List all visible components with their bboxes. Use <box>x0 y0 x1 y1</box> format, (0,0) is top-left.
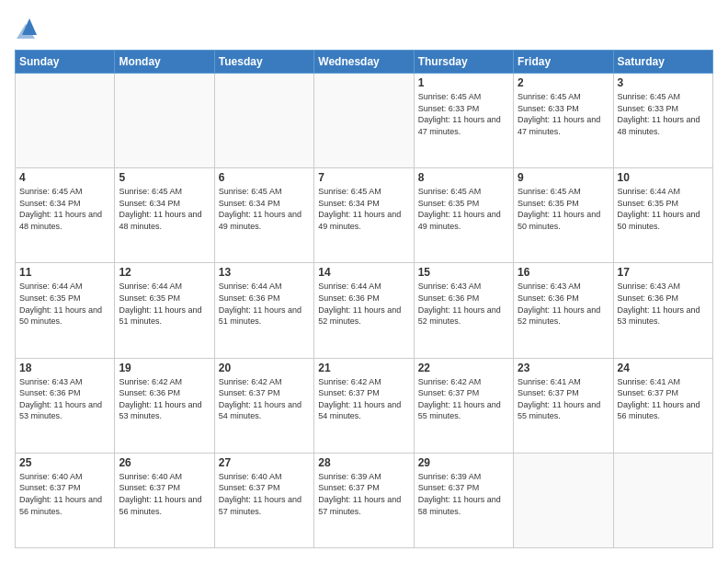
day-cell: 4Sunrise: 6:45 AMSunset: 6:34 PMDaylight… <box>16 168 115 263</box>
day-info: Sunrise: 6:45 AMSunset: 6:33 PMDaylight:… <box>618 91 709 137</box>
day-number: 5 <box>119 171 210 184</box>
day-cell: 2Sunrise: 6:45 AMSunset: 6:33 PMDaylight… <box>514 74 613 168</box>
day-number: 9 <box>518 171 609 184</box>
day-cell: 10Sunrise: 6:44 AMSunset: 6:35 PMDayligh… <box>613 168 712 263</box>
day-info: Sunrise: 6:43 AMSunset: 6:36 PMDaylight:… <box>518 281 609 327</box>
day-cell: 14Sunrise: 6:44 AMSunset: 6:36 PMDayligh… <box>314 263 414 358</box>
day-cell: 17Sunrise: 6:43 AMSunset: 6:36 PMDayligh… <box>613 263 712 358</box>
day-info: Sunrise: 6:45 AMSunset: 6:33 PMDaylight:… <box>518 91 609 137</box>
day-cell: 11Sunrise: 6:44 AMSunset: 6:35 PMDayligh… <box>16 263 115 358</box>
day-cell: 1Sunrise: 6:45 AMSunset: 6:33 PMDaylight… <box>414 74 513 168</box>
day-info: Sunrise: 6:43 AMSunset: 6:36 PMDaylight:… <box>19 376 110 422</box>
day-cell: 22Sunrise: 6:42 AMSunset: 6:37 PMDayligh… <box>414 358 513 453</box>
day-number: 4 <box>19 171 110 184</box>
week-row-5: 25Sunrise: 6:40 AMSunset: 6:37 PMDayligh… <box>16 453 713 547</box>
day-cell: 23Sunrise: 6:41 AMSunset: 6:37 PMDayligh… <box>514 358 613 453</box>
day-cell <box>214 74 313 168</box>
day-number: 29 <box>418 456 509 469</box>
day-cell: 5Sunrise: 6:45 AMSunset: 6:34 PMDaylight… <box>115 168 214 263</box>
day-number: 27 <box>219 456 310 469</box>
day-cell: 26Sunrise: 6:40 AMSunset: 6:37 PMDayligh… <box>115 453 214 547</box>
week-row-2: 4Sunrise: 6:45 AMSunset: 6:34 PMDaylight… <box>16 168 713 263</box>
day-header-monday: Monday <box>115 51 214 74</box>
day-number: 8 <box>418 171 509 184</box>
day-cell: 21Sunrise: 6:42 AMSunset: 6:37 PMDayligh… <box>314 358 414 453</box>
day-cell: 20Sunrise: 6:42 AMSunset: 6:37 PMDayligh… <box>214 358 313 453</box>
day-info: Sunrise: 6:42 AMSunset: 6:37 PMDaylight:… <box>418 376 509 422</box>
day-info: Sunrise: 6:43 AMSunset: 6:36 PMDaylight:… <box>618 281 709 327</box>
day-info: Sunrise: 6:42 AMSunset: 6:37 PMDaylight:… <box>318 376 409 422</box>
day-info: Sunrise: 6:44 AMSunset: 6:36 PMDaylight:… <box>318 281 409 327</box>
calendar-header: SundayMondayTuesdayWednesdayThursdayFrid… <box>16 51 713 74</box>
week-row-3: 11Sunrise: 6:44 AMSunset: 6:35 PMDayligh… <box>16 263 713 358</box>
day-cell: 8Sunrise: 6:45 AMSunset: 6:35 PMDaylight… <box>414 168 513 263</box>
day-number: 25 <box>19 456 110 469</box>
day-cell <box>314 74 414 168</box>
day-cell: 15Sunrise: 6:43 AMSunset: 6:36 PMDayligh… <box>414 263 513 358</box>
day-number: 18 <box>19 362 110 374</box>
day-number: 14 <box>318 266 409 279</box>
day-info: Sunrise: 6:45 AMSunset: 6:34 PMDaylight:… <box>119 186 210 232</box>
day-cell: 12Sunrise: 6:44 AMSunset: 6:35 PMDayligh… <box>115 263 214 358</box>
day-info: Sunrise: 6:45 AMSunset: 6:35 PMDaylight:… <box>418 186 509 232</box>
day-cell: 3Sunrise: 6:45 AMSunset: 6:33 PMDaylight… <box>613 74 712 168</box>
day-info: Sunrise: 6:45 AMSunset: 6:33 PMDaylight:… <box>418 91 509 137</box>
day-number: 24 <box>618 362 709 374</box>
day-cell <box>115 74 214 168</box>
day-number: 1 <box>418 76 509 89</box>
day-cell: 18Sunrise: 6:43 AMSunset: 6:36 PMDayligh… <box>16 358 115 453</box>
day-cell: 13Sunrise: 6:44 AMSunset: 6:36 PMDayligh… <box>214 263 313 358</box>
day-cell: 16Sunrise: 6:43 AMSunset: 6:36 PMDayligh… <box>514 263 613 358</box>
day-info: Sunrise: 6:44 AMSunset: 6:35 PMDaylight:… <box>119 281 210 327</box>
logo-icon <box>17 15 42 40</box>
day-number: 20 <box>219 362 310 374</box>
day-cell: 24Sunrise: 6:41 AMSunset: 6:37 PMDayligh… <box>613 358 712 453</box>
day-number: 22 <box>418 362 509 374</box>
day-info: Sunrise: 6:45 AMSunset: 6:34 PMDaylight:… <box>19 186 110 232</box>
day-number: 26 <box>119 456 210 469</box>
day-info: Sunrise: 6:44 AMSunset: 6:35 PMDaylight:… <box>19 281 110 327</box>
day-header-sunday: Sunday <box>16 51 115 74</box>
day-info: Sunrise: 6:40 AMSunset: 6:37 PMDaylight:… <box>119 471 210 517</box>
day-number: 23 <box>518 362 609 374</box>
day-cell: 25Sunrise: 6:40 AMSunset: 6:37 PMDayligh… <box>16 453 115 547</box>
day-cell: 7Sunrise: 6:45 AMSunset: 6:34 PMDaylight… <box>314 168 414 263</box>
day-cell <box>16 74 115 168</box>
day-number: 11 <box>19 266 110 279</box>
day-info: Sunrise: 6:42 AMSunset: 6:37 PMDaylight:… <box>219 376 310 422</box>
day-number: 10 <box>618 171 709 184</box>
day-number: 12 <box>119 266 210 279</box>
day-info: Sunrise: 6:43 AMSunset: 6:36 PMDaylight:… <box>418 281 509 327</box>
day-header-friday: Friday <box>514 51 613 74</box>
week-row-1: 1Sunrise: 6:45 AMSunset: 6:33 PMDaylight… <box>16 74 713 168</box>
day-number: 6 <box>219 171 310 184</box>
calendar-body: 1Sunrise: 6:45 AMSunset: 6:33 PMDaylight… <box>16 74 713 548</box>
day-number: 3 <box>618 76 709 89</box>
day-cell <box>514 453 613 547</box>
day-header-saturday: Saturday <box>613 51 712 74</box>
day-info: Sunrise: 6:44 AMSunset: 6:35 PMDaylight:… <box>618 186 709 232</box>
day-info: Sunrise: 6:39 AMSunset: 6:37 PMDaylight:… <box>418 471 509 517</box>
day-cell: 19Sunrise: 6:42 AMSunset: 6:36 PMDayligh… <box>115 358 214 453</box>
day-info: Sunrise: 6:41 AMSunset: 6:37 PMDaylight:… <box>618 376 709 422</box>
logo <box>15 15 42 40</box>
days-of-week-row: SundayMondayTuesdayWednesdayThursdayFrid… <box>16 51 713 74</box>
day-number: 15 <box>418 266 509 279</box>
day-number: 13 <box>219 266 310 279</box>
day-number: 16 <box>518 266 609 279</box>
day-number: 28 <box>318 456 409 469</box>
calendar-table: SundayMondayTuesdayWednesdayThursdayFrid… <box>15 50 713 548</box>
day-cell <box>613 453 712 547</box>
day-cell: 9Sunrise: 6:45 AMSunset: 6:35 PMDaylight… <box>514 168 613 263</box>
day-number: 2 <box>518 76 609 89</box>
day-header-tuesday: Tuesday <box>214 51 313 74</box>
day-info: Sunrise: 6:41 AMSunset: 6:37 PMDaylight:… <box>518 376 609 422</box>
day-info: Sunrise: 6:39 AMSunset: 6:37 PMDaylight:… <box>318 471 409 517</box>
header <box>15 15 713 40</box>
day-number: 7 <box>318 171 409 184</box>
day-info: Sunrise: 6:42 AMSunset: 6:36 PMDaylight:… <box>119 376 210 422</box>
week-row-4: 18Sunrise: 6:43 AMSunset: 6:36 PMDayligh… <box>16 358 713 453</box>
page: SundayMondayTuesdayWednesdayThursdayFrid… <box>0 0 728 563</box>
day-number: 19 <box>119 362 210 374</box>
day-cell: 28Sunrise: 6:39 AMSunset: 6:37 PMDayligh… <box>314 453 414 547</box>
